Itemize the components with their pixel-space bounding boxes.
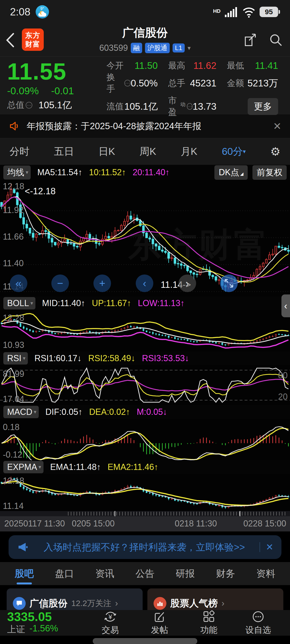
macd-selector-button[interactable]: MACD▾ — [3, 406, 39, 418]
search-icon[interactable] — [269, 33, 283, 47]
tab-monthly[interactable]: 月K — [181, 145, 197, 158]
watermark: 东方财富 — [128, 223, 269, 268]
period-tab-bar: 分时 五日 日K 周K 月K 60分▾ ⚙ — [0, 138, 290, 165]
x-tick: 0218 11:30 — [175, 518, 217, 528]
tab-finance[interactable]: 财务 — [216, 567, 235, 580]
guba-card[interactable]: 广信股份 12.2万关注 › — [7, 588, 143, 610]
pan-right-button[interactable]: › — [178, 274, 196, 292]
open-label: 今开 — [107, 60, 124, 72]
chevron-down-icon[interactable]: ▾ — [188, 44, 191, 52]
close-icon[interactable]: ✕ — [266, 542, 273, 552]
expand-triangle-icon: ▲ — [41, 604, 45, 610]
expma-chart[interactable]: 12.18 11.14 — [0, 474, 290, 511]
y-guide-label: 80 — [278, 370, 288, 380]
boll-selector-button[interactable]: BOLL▾ — [3, 297, 36, 310]
chevron-right-icon: › — [221, 598, 224, 608]
nav-post[interactable]: 发帖 — [135, 610, 184, 636]
battery-icon: 95 — [259, 7, 278, 17]
boll-up: UP:11.67↑ — [92, 298, 131, 308]
y-label: 10.93 — [3, 340, 24, 350]
speaker-icon — [9, 120, 20, 132]
weather-icon: 9° — [36, 5, 49, 18]
low-label: 最低 — [227, 60, 244, 72]
fullscreen-icon[interactable] — [220, 274, 238, 292]
tab-60min[interactable]: 60分▾ — [222, 145, 246, 158]
y-label: 11.92 — [3, 205, 24, 215]
tab-daily[interactable]: 日K — [98, 145, 115, 158]
zoom-out-button[interactable]: − — [51, 274, 69, 292]
info-icon[interactable]: ⋯ — [124, 80, 131, 86]
macd-indicator-bar: MACD▾ DIF:0.05↑ DEA:0.02↑ M:0.05↓ — [0, 405, 290, 419]
pan-left-button[interactable]: ‹ — [136, 274, 153, 292]
watchlist-icon — [251, 610, 265, 623]
tab-news[interactable]: 资讯 — [95, 567, 114, 580]
tab-profile[interactable]: 资料 — [256, 567, 275, 580]
main-kline-chart[interactable]: 东方财富 12.18 11.92 11.66 11.40 11.14 <-12.… — [0, 180, 290, 296]
rsi2-value: RSI2:58.49↓ — [88, 353, 135, 363]
ma-selector-button[interactable]: 均线▾ — [3, 166, 31, 180]
rewind-button[interactable]: « — [10, 274, 27, 292]
chart-scrollbar[interactable] — [0, 511, 290, 516]
y-label: 11.14 — [3, 501, 24, 511]
rank-icon — [154, 597, 166, 610]
high-label: 最高 — [168, 60, 185, 72]
zoom-in-button[interactable]: + — [93, 274, 111, 292]
x-tick: 20250117 11:30 — [4, 518, 65, 528]
expma-selector-button[interactable]: EXPMA▾ — [3, 461, 44, 473]
hk-connect-badge: 沪股通 — [145, 43, 170, 53]
ma20-value: 20:11.40↑ — [133, 168, 169, 178]
nav-trade[interactable]: ¥ 交易 — [86, 610, 135, 636]
m-value: M:0.05↓ — [137, 407, 167, 417]
info-icon[interactable]: ⋯ — [26, 102, 32, 108]
status-bar: 2:08 9° HD 95 — [0, 0, 290, 24]
tab-guba[interactable]: 股吧 — [15, 567, 34, 580]
pe-value: 13.73 — [193, 101, 216, 112]
rsi-selector-button[interactable]: RSI▾ — [3, 352, 28, 364]
share-icon[interactable] — [244, 33, 257, 47]
pe-label: 市盈动⋯ — [168, 95, 193, 118]
macd-chart[interactable]: 0.18 -0.12 — [0, 419, 290, 460]
scrollbar-divider — [240, 511, 240, 516]
info-icon[interactable]: ⋯ — [187, 103, 193, 110]
boll-chart[interactable]: 12.28 10.93 — [0, 310, 290, 352]
rsi3-value: RSI3:53.53↓ — [142, 353, 189, 363]
high-annotation: <-12.18 — [25, 186, 56, 196]
bottom-nav: ▲ 3335.05 上证 -1.56% ¥ 交易 发帖 — [0, 610, 290, 636]
hd-indicator: HD — [213, 8, 221, 14]
home-indicator[interactable] — [93, 638, 197, 644]
nav-watchlist[interactable]: 设自选 — [234, 610, 283, 636]
tab-5day[interactable]: 五日 — [54, 145, 74, 158]
content-tab-bar: 股吧 盘口 资讯 公告 研报 财务 资料 — [0, 562, 290, 585]
signal-icon — [224, 6, 238, 18]
popularity-card[interactable]: 股票人气榜 › — [147, 588, 283, 610]
nav-features[interactable]: 功能 — [184, 610, 234, 636]
ma-indicator-bar: 均线▾ MA5:11.54↑ 10:11.52↑ 20:11.40↑ DK点◢ … — [0, 165, 290, 180]
gear-icon[interactable]: ⚙ — [270, 145, 280, 158]
more-button[interactable]: 更多 — [248, 98, 278, 115]
tab-minute[interactable]: 分时 — [10, 145, 30, 158]
close-icon[interactable]: ✕ — [273, 120, 281, 132]
price-change: -0.09%-0.01 — [7, 85, 102, 97]
promo-banner[interactable]: 入场时点把握不好？择时利器来袭，立即体验>> ✕ — [9, 535, 281, 559]
dk-point-button[interactable]: DK点◢ — [214, 165, 248, 180]
index-quote[interactable]: ▲ 3335.05 上证 -1.56% — [7, 610, 86, 636]
y-label: 81.99 — [3, 369, 24, 379]
tab-notices[interactable]: 公告 — [136, 567, 155, 580]
announcement-text: 年报预披露：于2025-04-28披露2024年年报 — [27, 120, 266, 132]
amount-label: 金额 — [227, 78, 244, 89]
volume-value: 45231 — [190, 78, 216, 88]
chevron-right-icon: › — [115, 598, 118, 608]
collapse-handle[interactable]: ‹ — [281, 294, 290, 317]
guba-icon — [13, 597, 26, 610]
tab-research[interactable]: 研报 — [176, 567, 195, 580]
promo-text: 入场时点把握不好？择时利器来袭，立即体验>> — [36, 541, 252, 554]
header: 东方财富 广信股份 603599 融 沪股通 L1 ▾ — [0, 24, 290, 56]
index-value: 3335.05 — [7, 610, 86, 623]
dea-value: DEA:0.02↑ — [89, 407, 130, 417]
turnover-value: 0.50% — [131, 78, 158, 88]
tab-weekly[interactable]: 周K — [140, 145, 156, 158]
mktcap-label: 总值⋯ — [7, 99, 32, 111]
tab-pankou[interactable]: 盘口 — [55, 567, 74, 580]
rsi-chart[interactable]: 81.99 17.04 80 20 — [0, 365, 290, 405]
forward-adjust-button[interactable]: 前复权 — [252, 165, 287, 180]
